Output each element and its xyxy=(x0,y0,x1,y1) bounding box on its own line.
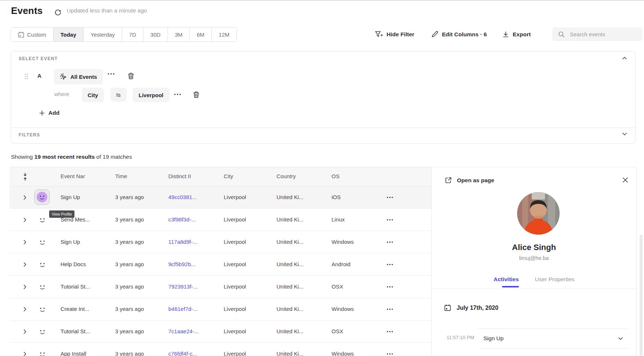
profile-photo xyxy=(517,192,560,235)
scrollbar-thumb[interactable] xyxy=(640,235,643,356)
distinct-id-link[interactable]: 49cc0381... xyxy=(168,194,218,200)
country-cell: United Ki... xyxy=(277,261,324,267)
user-avatar[interactable] xyxy=(37,304,48,315)
select-event-label: SELECT EVENT xyxy=(19,56,58,61)
active-tab-underline xyxy=(502,286,519,287)
table-row[interactable]: Help Docs 3 years ago 9cf5b92b... Liverp… xyxy=(10,253,431,276)
delete-filter-trash-icon[interactable] xyxy=(193,91,200,98)
distinct-id-link[interactable]: b461ef7d-... xyxy=(168,306,218,312)
distinct-id-link[interactable]: 9cf5b92b... xyxy=(168,261,218,267)
table-row[interactable]: App Install 3 years ago c76fdf4f-c... Li… xyxy=(10,343,431,356)
filter-menu-ellipsis-icon[interactable] xyxy=(174,93,181,95)
expand-row-chevron-icon[interactable] xyxy=(23,195,26,200)
delete-clause-trash-icon[interactable] xyxy=(128,73,134,80)
user-avatar[interactable] xyxy=(37,259,48,270)
expand-row-chevron-icon[interactable] xyxy=(23,352,26,356)
distinct-id-link[interactable]: 117a8d9f-... xyxy=(168,239,218,245)
profile-tab-user-properties[interactable]: User Properties xyxy=(535,276,575,283)
expand-row-chevron-icon[interactable] xyxy=(23,262,26,267)
row-menu-ellipsis-icon[interactable] xyxy=(387,241,393,243)
export-button[interactable]: Export xyxy=(502,27,531,41)
os-cell: OSX xyxy=(332,328,376,334)
time-cell: 3 years ago xyxy=(115,194,163,200)
date-range-tab-today[interactable]: Today xyxy=(54,27,84,41)
filters-label: FILTERS xyxy=(19,132,40,137)
column-header[interactable]: City xyxy=(224,173,233,179)
distinct-id-link[interactable]: c76fdf4f-c... xyxy=(168,351,218,356)
edit-columns-button[interactable]: Edit Columns · 6 xyxy=(431,27,487,41)
activity-timestamp: 11:57:10 PM xyxy=(439,335,474,340)
os-cell: Linux xyxy=(332,216,376,223)
table-row[interactable]: Tutorial St... 3 years ago 7923913f-... … xyxy=(10,276,431,298)
row-menu-ellipsis-icon[interactable] xyxy=(387,308,393,310)
user-avatar[interactable] xyxy=(37,214,48,225)
distinct-id-link[interactable]: 7c1aae24-... xyxy=(168,328,218,334)
filter-operator-chip[interactable]: Is xyxy=(110,88,127,102)
expand-row-chevron-icon[interactable] xyxy=(23,307,26,312)
column-header[interactable]: Time xyxy=(115,173,127,179)
country-cell: United Ki... xyxy=(277,351,324,356)
distinct-id-link[interactable]: 7923913f-... xyxy=(168,283,218,290)
date-range-tab-12m[interactable]: 12M xyxy=(212,27,236,41)
date-range-tab-7d[interactable]: 7D xyxy=(122,27,143,41)
table-row[interactable]: Sign Up 3 years ago 117a8d9f-... Liverpo… xyxy=(10,231,431,253)
table-row[interactable]: Create Int... 3 years ago b461ef7d-... L… xyxy=(10,298,431,320)
city-cell: Liverpool xyxy=(224,261,271,267)
date-range-tab-6m[interactable]: 6M xyxy=(190,27,212,41)
row-menu-ellipsis-icon[interactable] xyxy=(387,353,393,355)
column-header[interactable]: OS xyxy=(332,173,340,179)
row-menu-ellipsis-icon[interactable] xyxy=(387,331,393,333)
close-icon[interactable] xyxy=(622,177,628,183)
activity-date-row: July 17th, 2020 xyxy=(444,304,498,311)
expand-filters-button[interactable] xyxy=(622,132,627,136)
table-row[interactable]: Sign Up 3 years ago 49cc0381... Liverpoo… xyxy=(10,186,431,209)
expand-row-chevron-icon[interactable] xyxy=(23,240,26,245)
updated-status: Updated less than a minute ago xyxy=(67,7,147,14)
user-avatar[interactable] xyxy=(37,236,48,248)
expand-row-chevron-icon[interactable] xyxy=(23,217,26,222)
collapse-rows-icon[interactable] xyxy=(23,173,28,181)
expand-row-chevron-icon[interactable] xyxy=(23,285,26,289)
filter-value-chip[interactable]: Liverpool xyxy=(133,88,169,102)
row-menu-ellipsis-icon[interactable] xyxy=(387,264,393,265)
filter-property-chip[interactable]: City xyxy=(82,88,104,102)
user-avatar[interactable] xyxy=(34,190,50,205)
row-menu-ellipsis-icon[interactable] xyxy=(387,286,393,288)
row-menu-ellipsis-icon[interactable] xyxy=(387,197,393,198)
date-range-tab-yesterday[interactable]: Yesterday xyxy=(84,27,122,41)
refresh-button[interactable] xyxy=(54,8,62,16)
event-selector-chip[interactable]: All Events xyxy=(54,69,103,84)
profile-tabs: ActivitiesUser Properties xyxy=(432,276,636,283)
activity-event-dropdown[interactable]: Sign Up xyxy=(479,329,628,349)
event-name-cell: Tutorial St... xyxy=(61,328,110,334)
profile-tab-activities[interactable]: Activities xyxy=(494,276,519,283)
country-cell: United Ki... xyxy=(277,216,324,223)
search-input[interactable] xyxy=(569,31,637,38)
table-row[interactable]: Tutorial St... 3 years ago 7c1aae24-... … xyxy=(10,320,431,343)
date-range-tabs: Custom Today Yesterday 7D 30D xyxy=(11,27,237,42)
query-builder-card: SELECT EVENT A All Events where xyxy=(11,51,636,144)
user-avatar[interactable] xyxy=(37,348,48,356)
user-avatar[interactable] xyxy=(37,326,48,337)
time-cell: 3 years ago xyxy=(115,261,163,267)
column-header[interactable]: Country xyxy=(277,173,296,179)
user-avatar[interactable] xyxy=(37,281,48,293)
column-header[interactable]: Distinct II xyxy=(168,173,191,179)
drag-handle-icon[interactable] xyxy=(25,73,28,80)
hide-filter-button[interactable]: Hide Filter xyxy=(375,27,414,41)
expand-row-chevron-icon[interactable] xyxy=(23,329,26,334)
city-cell: Liverpool xyxy=(224,351,271,356)
chevron-down-icon xyxy=(618,337,623,340)
row-menu-ellipsis-icon[interactable] xyxy=(387,219,393,221)
column-header[interactable]: Event Nar xyxy=(61,173,85,179)
collapse-section-button[interactable] xyxy=(622,56,627,60)
add-event-button[interactable]: Add xyxy=(39,107,59,118)
where-label: where xyxy=(54,91,69,97)
open-as-page-button[interactable]: Open as page xyxy=(445,177,494,184)
distinct-id-link[interactable]: c3f98f3d-... xyxy=(168,216,218,223)
date-range-tab-custom[interactable]: Custom xyxy=(11,27,54,41)
clause-menu-ellipsis-icon[interactable] xyxy=(107,73,115,75)
date-range-tab-30d[interactable]: 30D xyxy=(143,27,168,41)
search-box[interactable] xyxy=(552,27,643,41)
date-range-tab-3m[interactable]: 3M xyxy=(168,27,190,41)
